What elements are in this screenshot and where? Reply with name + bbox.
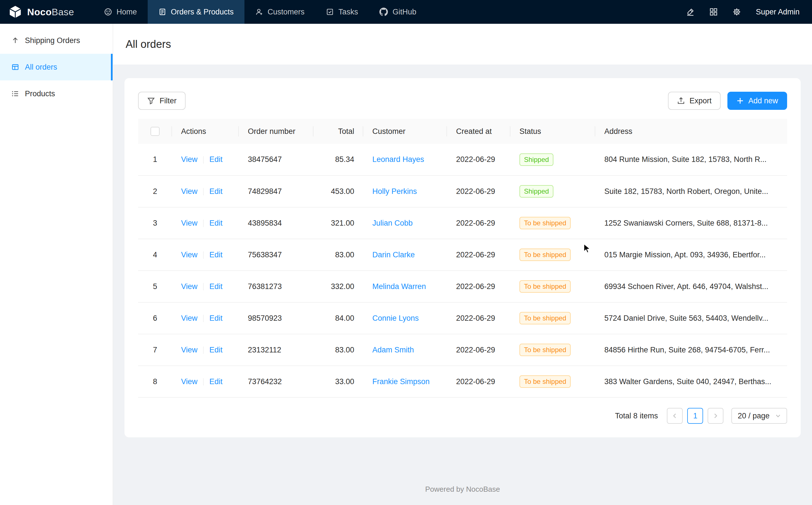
edit-link[interactable]: Edit xyxy=(209,377,223,386)
sidebar-item-label: Products xyxy=(25,90,55,98)
edit-link[interactable]: Edit xyxy=(209,250,223,259)
created-at-cell: 2022-06-29 xyxy=(447,175,510,207)
chevron-left-icon xyxy=(672,413,678,419)
nav-item-github[interactable]: GitHub xyxy=(369,0,427,24)
customer-link[interactable]: Frankie Simpson xyxy=(372,377,430,386)
column-header-order-number: Order number xyxy=(239,119,313,144)
nav-item-label: Orders & Products xyxy=(171,8,234,16)
logo[interactable]: NocoBase xyxy=(0,0,85,24)
select-all-checkbox[interactable] xyxy=(151,127,160,136)
export-icon xyxy=(677,97,685,105)
status-badge: Shipped xyxy=(519,153,553,166)
address-cell: 383 Walter Gardens, Suite 040, 24947, Be… xyxy=(595,366,787,397)
view-link[interactable]: View xyxy=(181,282,198,291)
powered-by-footer: Powered by NocoBase xyxy=(124,477,801,497)
total-cell: 321.00 xyxy=(313,207,363,239)
column-header-status: Status xyxy=(510,119,595,144)
edit-link[interactable]: Edit xyxy=(209,187,223,196)
orders-table: Actions Order number Total Customer Crea… xyxy=(138,119,787,398)
total-cell: 453.00 xyxy=(313,175,363,207)
address-cell: 5724 Daniel Drive, Suite 563, 54403, Wen… xyxy=(595,302,787,334)
topnav-right: Super Admin xyxy=(686,0,812,24)
main-nav: Home Orders & Products Customers Tasks G… xyxy=(93,0,427,24)
action-divider xyxy=(203,188,204,195)
created-at-cell: 2022-06-29 xyxy=(447,207,510,239)
table-row: 7 ViewEdit 23132112 83.00 Adam Smith 202… xyxy=(138,334,787,366)
export-button-label: Export xyxy=(690,97,712,105)
view-link[interactable]: View xyxy=(181,377,198,386)
add-new-button-label: Add new xyxy=(748,97,778,105)
action-divider xyxy=(203,156,204,164)
edit-link[interactable]: Edit xyxy=(209,219,223,227)
nav-item-tasks[interactable]: Tasks xyxy=(315,0,369,24)
view-link[interactable]: View xyxy=(181,250,198,259)
action-divider xyxy=(203,315,204,322)
view-link[interactable]: View xyxy=(181,187,198,196)
user-menu[interactable]: Super Admin xyxy=(756,8,800,16)
view-link[interactable]: View xyxy=(181,219,198,227)
row-index: 1 xyxy=(153,155,157,164)
table-toolbar: Filter Export Add new xyxy=(138,92,787,110)
action-divider xyxy=(203,283,204,291)
grid-icon[interactable] xyxy=(709,8,718,16)
created-at-cell: 2022-06-29 xyxy=(447,334,510,366)
status-badge: Shipped xyxy=(519,185,553,198)
filter-button-label: Filter xyxy=(160,97,177,105)
status-badge: To be shipped xyxy=(519,248,571,261)
sidebar-item-label: All orders xyxy=(25,63,57,71)
column-header-created-at: Created at xyxy=(447,119,510,144)
column-header-select xyxy=(138,119,172,144)
view-link[interactable]: View xyxy=(181,155,198,164)
customer-link[interactable]: Connie Lyons xyxy=(372,314,419,322)
sidebar-item-shipping-orders[interactable]: Shipping Orders xyxy=(0,27,112,54)
sidebar-item-all-orders[interactable]: All orders xyxy=(0,54,112,80)
customer-link[interactable]: Leonard Hayes xyxy=(372,155,424,164)
order-number-cell: 23132112 xyxy=(239,334,313,366)
page-size-select[interactable]: 20 / page xyxy=(731,408,787,424)
table-row: 1 ViewEdit 38475647 85.34 Leonard Hayes … xyxy=(138,144,787,175)
filter-button[interactable]: Filter xyxy=(138,92,186,110)
row-index: 2 xyxy=(153,187,157,196)
gear-icon[interactable] xyxy=(733,8,741,16)
next-page-button[interactable] xyxy=(708,408,724,424)
page-title: All orders xyxy=(125,38,171,50)
column-header-actions: Actions xyxy=(172,119,239,144)
view-link[interactable]: View xyxy=(181,346,198,354)
edit-link[interactable]: Edit xyxy=(209,346,223,354)
status-badge: To be shipped xyxy=(519,280,571,293)
created-at-cell: 2022-06-29 xyxy=(447,144,510,175)
export-button[interactable]: Export xyxy=(668,92,721,110)
customers-icon xyxy=(255,8,263,16)
table-row: 5 ViewEdit 76381273 332.00 Melinda Warre… xyxy=(138,271,787,302)
nav-item-orders-products[interactable]: Orders & Products xyxy=(148,0,244,24)
highlighter-icon[interactable] xyxy=(686,8,695,16)
sidebar-item-products[interactable]: Products xyxy=(0,80,112,107)
nav-item-label: GitHub xyxy=(392,8,416,16)
customer-link[interactable]: Darin Clarke xyxy=(372,250,415,259)
nav-item-label: Customers xyxy=(268,8,305,16)
app-root: NocoBase Home Orders & Products Customer… xyxy=(0,0,812,505)
page-number-button[interactable]: 1 xyxy=(687,408,703,424)
customer-link[interactable]: Holly Perkins xyxy=(372,187,417,196)
action-divider xyxy=(203,220,204,227)
add-new-button[interactable]: Add new xyxy=(728,92,787,110)
customer-link[interactable]: Adam Smith xyxy=(372,346,414,354)
customer-link[interactable]: Julian Cobb xyxy=(372,219,413,227)
created-at-cell: 2022-06-29 xyxy=(447,302,510,334)
edit-link[interactable]: Edit xyxy=(209,314,223,322)
nav-item-customers[interactable]: Customers xyxy=(244,0,315,24)
column-header-total: Total xyxy=(313,119,363,144)
edit-link[interactable]: Edit xyxy=(209,155,223,164)
address-cell: 69934 Schoen River, Apt. 646, 49704, Wal… xyxy=(595,271,787,302)
nav-item-home[interactable]: Home xyxy=(93,0,148,24)
table-body: 1 ViewEdit 38475647 85.34 Leonard Hayes … xyxy=(138,144,787,397)
status-badge: To be shipped xyxy=(519,375,571,388)
orders-icon xyxy=(159,8,166,16)
order-number-cell: 76381273 xyxy=(239,271,313,302)
prev-page-button[interactable] xyxy=(667,408,683,424)
table-row: 4 ViewEdit 75638347 83.00 Darin Clarke 2… xyxy=(138,239,787,271)
customer-link[interactable]: Melinda Warren xyxy=(372,282,426,291)
edit-link[interactable]: Edit xyxy=(209,282,223,291)
table-row: 2 ViewEdit 74829847 453.00 Holly Perkins… xyxy=(138,175,787,207)
view-link[interactable]: View xyxy=(181,314,198,322)
